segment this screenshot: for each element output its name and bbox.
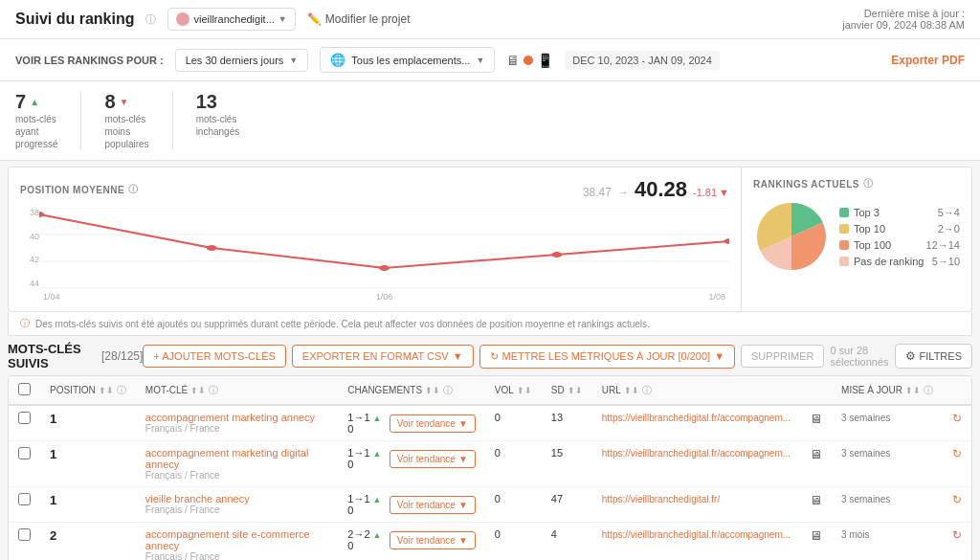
sd-3: 4 [551,528,557,540]
delete-button[interactable]: SUPPRIMER [741,345,824,368]
header: Suivi du ranking ⓘ vieillranchedigit... … [0,0,980,39]
top10-color [839,224,849,234]
url-0[interactable]: https://vieillbranchedigital.fr/accompag… [602,413,791,423]
rankings-section: RANKINGS ACTUELS ⓘ [742,168,971,311]
period-selector[interactable]: Les 30 derniers jours ▼ [175,49,309,72]
voir-tendance-btn-2[interactable]: Voir tendance ▼ [390,496,476,514]
voir-tendance-btn-3[interactable]: Voir tendance ▼ [390,531,476,549]
export-pdf-button[interactable]: Exporter PDF [891,54,965,67]
rankings-legend: Top 3 5→4 Top 10 2→0 Top 100 [839,207,960,267]
th-keyword: MOT-CLÉ ⬆⬇ ⓘ [136,376,338,405]
chart-y-axis: 38 40 42 44 [20,208,39,302]
vol-3: 0 [495,528,501,540]
chart-info-icon: ⓘ [128,183,139,196]
update-0: 3 semaines [841,413,890,423]
stats-row: 7 ▲ mots-clésayantprogressé 8 ▼ mots-clé… [0,81,980,161]
rankings-title: RANKINGS ACTUELS [753,179,859,190]
table-row: 1 accompagnement marketing annecy França… [9,405,971,441]
stat-down-arrow: ▼ [120,97,129,107]
update-metrics-button[interactable]: ↻ METTRE LES MÉTRIQUES À JOUR [0/200] ▼ [479,345,736,369]
sort-icon: ⬆⬇ [99,386,114,395]
sort-update-icon: ⬆⬇ [905,386,921,395]
chart-prev-value: 38.47 [583,186,612,199]
th-vol: VOL ⬆⬇ [485,376,542,405]
refresh-btn-3[interactable]: ↻ [952,528,962,542]
keyword-link-2[interactable]: vieille branche annecy [145,493,328,504]
toolbar: VOIR LES RANKINGS POUR : Les 30 derniers… [0,39,980,81]
selected-info: 0 sur 28 sélectionnés [830,345,888,368]
changes-value-2: 1→1 ▲ 0 [347,493,381,516]
top3-color [839,208,849,217]
pencil-icon: ✏️ [307,12,322,26]
title-info-icon: ⓘ [145,12,156,27]
device-icon-0: 🖥 [810,412,822,426]
row-checkbox-0[interactable] [18,412,31,424]
refresh-btn-2[interactable]: ↻ [952,493,962,506]
th-url: URL ⬆⬇ ⓘ [592,376,800,405]
changes-value-0: 1→1 ▲ 0 [347,412,381,435]
location-selector[interactable]: 🌐 Tous les emplacements... ▼ [320,47,495,73]
modify-label: Modifier le projet [325,12,411,26]
voir-label: VOIR LES RANKINGS POUR : [15,55,164,66]
page-title: Suivi du ranking [15,11,134,28]
position-0: 1 [50,412,56,426]
url-1[interactable]: https://vieillbranchedigital.fr/accompag… [602,448,791,459]
row-checkbox-2[interactable] [18,493,31,505]
refresh-btn-0[interactable]: ↻ [952,412,962,425]
stat-progressed: 7 ▲ mots-clésayantprogressé [15,91,57,150]
stat-unchanged: 13 mots-clésinchangés [196,91,240,150]
add-keywords-button[interactable]: + AJOUTER MOTS-CLÉS [143,345,285,368]
refresh-btn-1[interactable]: ↻ [952,447,962,460]
row-checkbox-1[interactable] [18,447,31,459]
chart-x-axis: 1/04 1/06 1/08 [39,292,729,302]
refresh-icon: ↻ [490,350,499,363]
keywords-header: MOTS-CLÉS SUIVIS [28/125] + AJOUTER MOTS… [8,342,972,370]
modify-project-button[interactable]: ✏️ Modifier le projet [307,12,411,26]
rankings-info-icon: ⓘ [863,177,874,190]
site-selector[interactable]: vieillranchedigit... ▼ [167,8,295,31]
keyword-locale-1: Français / France [145,470,328,481]
url-2[interactable]: https://vieillbranchedigital.fr/ [602,494,720,504]
keyword-link-0[interactable]: accompagnement marketing annecy [145,412,328,423]
svg-point-4 [39,212,44,217]
filter-button[interactable]: ⚙ FILTRES [895,344,972,369]
keyword-link-3[interactable]: accompagnement site e-commerce annecy [145,528,328,551]
svg-point-7 [551,252,562,258]
changes-cell-2: 1→1 ▲ 0 Voir tendance ▼ [347,493,476,516]
stat-progressed-label: mots-clésayantprogressé [15,113,57,150]
location-chevron-icon: ▼ [476,56,484,65]
monitor-device-icon[interactable]: 🖥 [506,53,520,68]
legend-item-top100: Top 100 12→14 [839,239,960,251]
stat-unchanged-label: mots-clésinchangés [196,113,240,138]
sd-2: 47 [551,493,563,504]
mobile-device-icon[interactable]: 📱 [537,53,553,68]
th-update: MISE À JOUR ⬆⬇ ⓘ [832,376,943,405]
url-3[interactable]: https://vieillbranchedigital.fr/accompag… [602,529,791,540]
site-name: vieillranchedigit... [193,13,274,25]
sd-0: 13 [551,412,563,423]
chart-curr-value: 40.28 [635,177,687,202]
position-chart: POSITION MOYENNE ⓘ 38.47 → 40.28 -1.81 ▼… [9,168,742,311]
position-2: 1 [50,493,56,507]
export-csv-button[interactable]: EXPORTER EN FORMAT CSV ▼ [292,345,474,368]
notice-text: Des mots-clés suivis ont été ajoutés ou … [35,319,650,329]
period-chevron-icon: ▼ [289,56,298,65]
voir-tendance-btn-1[interactable]: Voir tendance ▼ [390,450,476,468]
svg-point-8 [724,238,729,244]
device-icon-3: 🖥 [810,528,822,543]
chevron-trend-icon-3: ▼ [458,535,468,546]
keyword-link-1[interactable]: accompagnement marketing digital annecy [145,447,328,470]
row-checkbox-3[interactable] [18,528,31,541]
select-all-checkbox[interactable] [18,383,31,395]
top100-color [839,240,849,250]
changes-cell-1: 1→1 ▲ 0 Voir tendance ▼ [347,447,476,470]
stat-declined-label: mots-clésmoinspopulaires [104,113,148,150]
pie-chart [753,198,830,275]
filter-icon: ⚙ [905,349,916,363]
changes-cell-0: 1→1 ▲ 0 Voir tendance ▼ [347,412,476,435]
voir-tendance-btn-0[interactable]: Voir tendance ▼ [390,414,476,433]
update-chevron-icon: ▼ [714,350,724,362]
sort-keyword-icon: ⬆⬇ [190,386,206,395]
stat-progressed-number: 7 ▲ [15,91,57,113]
chart-section: POSITION MOYENNE ⓘ 38.47 → 40.28 -1.81 ▼… [8,167,972,312]
